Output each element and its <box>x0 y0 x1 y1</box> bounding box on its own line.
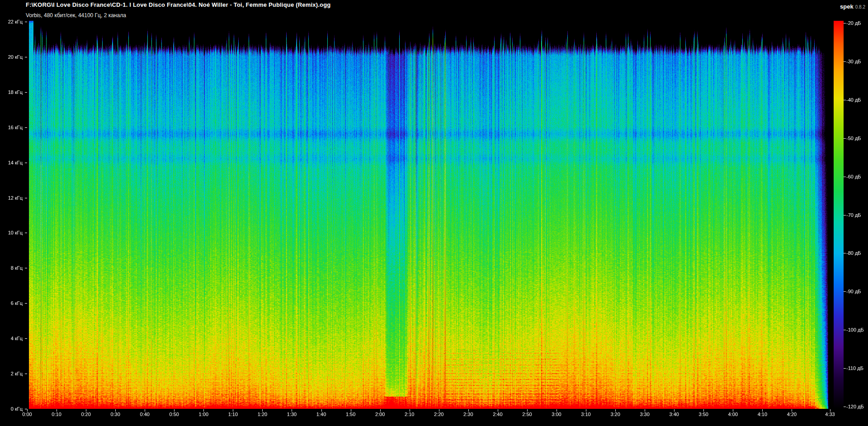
time-tick-label: 3:30 <box>640 412 649 417</box>
time-tick <box>321 409 322 412</box>
time-tick-label: 4:00 <box>728 412 738 417</box>
time-tick <box>762 409 763 412</box>
legend-tick-label: -110 дБ <box>846 365 863 371</box>
time-tick <box>645 409 645 412</box>
time-tick-label: 4:33 <box>825 412 835 417</box>
stream-info: Vorbis, 480 кбит/сек, 44100 Гц, 2 канала <box>26 12 126 19</box>
legend-tick-label: -120 дБ <box>846 404 864 409</box>
legend-tick <box>844 330 846 330</box>
time-tick <box>733 409 733 412</box>
time-tick <box>615 409 616 412</box>
time-tick-label: 2:20 <box>434 412 443 417</box>
time-tick <box>439 409 439 412</box>
time-tick <box>27 409 28 412</box>
time-tick <box>527 409 528 412</box>
legend-tick <box>844 407 846 407</box>
time-tick <box>468 409 469 412</box>
freq-tick-label: 0 кГц <box>0 406 23 412</box>
time-tick <box>203 409 204 412</box>
time-tick <box>86 409 86 412</box>
time-tick-label: 0:00 <box>22 412 32 417</box>
freq-tick-label: 2 кГц <box>0 371 23 376</box>
time-tick <box>292 409 292 412</box>
time-tick-label: 4:20 <box>787 412 797 417</box>
legend-tick-label: -30 дБ <box>846 59 861 64</box>
time-tick-label: 1:30 <box>287 412 297 417</box>
time-tick-label: 2:00 <box>375 412 385 417</box>
time-tick <box>792 409 792 412</box>
time-tick <box>380 409 381 412</box>
time-tick-label: 1:00 <box>199 412 208 417</box>
legend-tick <box>844 291 846 292</box>
time-tick-label: 1:10 <box>228 412 238 417</box>
time-tick <box>557 409 557 412</box>
legend-tick <box>844 215 846 215</box>
time-tick-label: 3:10 <box>581 412 590 417</box>
legend-tick-label: -20 дБ <box>846 20 861 26</box>
app-version: 0.8.2 <box>855 5 865 9</box>
time-tick <box>830 409 830 412</box>
time-tick <box>174 409 175 412</box>
freq-tick-label: 16 кГц <box>0 125 23 130</box>
legend-tick-label: -90 дБ <box>846 289 861 294</box>
time-tick-label: 1:40 <box>316 412 326 417</box>
freq-tick-label: 14 кГц <box>0 160 23 165</box>
legend-tick <box>844 61 846 62</box>
time-tick <box>233 409 233 412</box>
spectrogram-canvas <box>27 21 830 409</box>
legend-tick-label: -100 дБ <box>846 327 864 332</box>
freq-tick-label: 12 кГц <box>0 195 23 201</box>
time-tick <box>410 409 410 412</box>
time-tick-label: 0:10 <box>52 412 61 417</box>
app-name: spek <box>840 3 854 10</box>
time-tick-label: 2:50 <box>522 412 532 417</box>
time-tick-label: 0:50 <box>170 412 179 417</box>
time-tick <box>145 409 145 412</box>
legend-gradient-bar <box>834 21 844 409</box>
time-tick-label: 1:20 <box>258 412 267 417</box>
legend-tick-label: -50 дБ <box>846 136 861 141</box>
time-tick <box>498 409 498 412</box>
legend-tick-label: -60 дБ <box>846 174 861 179</box>
time-tick <box>262 409 263 412</box>
time-tick-label: 2:30 <box>463 412 473 417</box>
legend-tick-label: -70 дБ <box>846 212 861 218</box>
time-tick-label: 1:50 <box>346 412 355 417</box>
legend-tick <box>844 100 846 100</box>
time-tick-label: 3:00 <box>552 412 561 417</box>
legend-tick <box>844 23 846 23</box>
freq-tick-label: 6 кГц <box>0 300 23 306</box>
legend-tick <box>844 138 846 139</box>
freq-tick-label: 20 кГц <box>0 54 23 60</box>
time-tick-label: 3:40 <box>669 412 679 417</box>
freq-tick-label: 4 кГц <box>0 336 23 341</box>
legend-tick-label: -80 дБ <box>846 250 861 256</box>
freq-tick-label: 22 кГц <box>0 19 23 24</box>
time-tick-label: 2:40 <box>493 412 502 417</box>
legend-tick <box>844 253 846 253</box>
time-tick-label: 0:20 <box>81 412 90 417</box>
time-tick <box>351 409 351 412</box>
time-tick-label: 0:30 <box>110 412 120 417</box>
file-path-title: F:\KORG\I Love Disco France\CD-1. I Love… <box>26 1 331 8</box>
freq-tick-label: 10 кГц <box>0 230 23 235</box>
time-tick-label: 2:10 <box>405 412 414 417</box>
legend-tick <box>844 177 846 177</box>
app-brand: spek0.8.2 <box>840 2 865 10</box>
freq-tick-label: 8 кГц <box>0 265 23 271</box>
time-tick <box>586 409 586 412</box>
freq-tick <box>25 409 27 409</box>
time-tick-label: 3:50 <box>699 412 708 417</box>
time-tick <box>115 409 116 412</box>
time-tick <box>674 409 675 412</box>
time-tick-label: 3:20 <box>610 412 620 417</box>
time-tick <box>703 409 704 412</box>
freq-tick-label: 18 кГц <box>0 89 23 95</box>
time-tick-label: 0:40 <box>140 412 150 417</box>
time-tick <box>57 409 57 412</box>
legend-tick <box>844 368 846 369</box>
legend-tick-label: -40 дБ <box>846 97 861 103</box>
time-tick-label: 4:10 <box>758 412 767 417</box>
